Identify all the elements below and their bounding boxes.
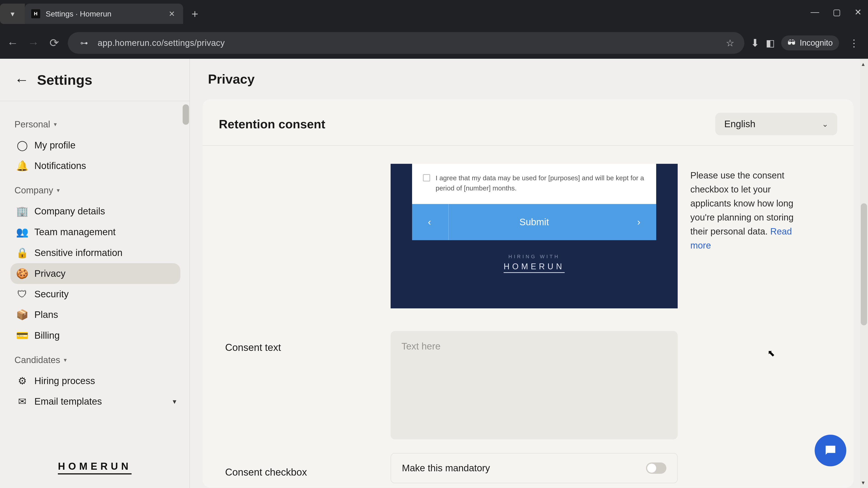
- back-arrow-icon[interactable]: ←: [14, 71, 29, 88]
- section-candidates[interactable]: Candidates ▾: [14, 355, 180, 365]
- preview-submit-label: Submit: [520, 217, 549, 228]
- incognito-indicator[interactable]: 🕶 Incognito: [781, 35, 839, 51]
- tab-search-button[interactable]: ▾: [0, 4, 25, 24]
- back-button[interactable]: ←: [5, 36, 20, 50]
- caret-down-icon: ▾: [54, 121, 57, 128]
- new-tab-button[interactable]: ＋: [183, 0, 207, 21]
- tab-title: Settings · Homerun: [46, 9, 163, 18]
- close-icon[interactable]: ✕: [168, 9, 175, 18]
- main-column: Privacy Retention consent English ⌄ I ag…: [190, 59, 868, 488]
- building-icon: 🏢: [17, 205, 28, 217]
- settings-sidebar: ← Settings Personal ▾ ◯ My profile 🔔 Not…: [0, 59, 190, 488]
- box-icon: 📦: [17, 309, 28, 321]
- preview-footer: HIRING WITH HOMERUN: [504, 254, 565, 273]
- page-title: Privacy: [208, 71, 850, 87]
- scroll-down-icon[interactable]: ▾: [862, 479, 865, 486]
- card-body: I agree that my data may be used for [pu…: [203, 146, 854, 318]
- sidebar-item-label: Billing: [34, 330, 60, 341]
- bookmark-icon[interactable]: ☆: [726, 37, 735, 48]
- sidebar-item-plans[interactable]: 📦 Plans: [10, 304, 180, 325]
- mandatory-toggle[interactable]: [646, 462, 666, 474]
- sidebar-footer: HOMERUN: [0, 452, 189, 488]
- preview-consent-checkbox: [423, 174, 430, 182]
- minimize-icon[interactable]: ―: [811, 7, 819, 17]
- cookie-icon: 🍪: [17, 268, 28, 280]
- sidebar-item-privacy[interactable]: 🍪 Privacy: [10, 263, 180, 284]
- chevron-right-icon: ›: [637, 217, 640, 228]
- language-dropdown[interactable]: English ⌄: [715, 113, 837, 135]
- consent-text-input[interactable]: Text here: [391, 331, 678, 440]
- sidebar-item-security[interactable]: 🛡 Security: [10, 284, 180, 304]
- preview-footer-tagline: HIRING WITH: [504, 254, 565, 260]
- help-column: Please use the consent checkbox to let y…: [690, 164, 840, 308]
- caret-down-icon: ▾: [57, 187, 60, 194]
- consent-checkbox-row: Consent checkbox Make this mandatory: [203, 440, 854, 488]
- card-title: Retention consent: [219, 117, 325, 131]
- homerun-logo[interactable]: HOMERUN: [58, 461, 131, 475]
- sidebar-item-label: Notifications: [34, 160, 86, 171]
- close-window-icon[interactable]: ✕: [855, 7, 862, 17]
- card-header: Retention consent English ⌄: [203, 99, 854, 146]
- consent-text-row: Consent text Text here: [203, 318, 854, 440]
- main-header: Privacy: [190, 59, 868, 99]
- sidebar-scrollbar-thumb[interactable]: [183, 104, 189, 125]
- caret-down-icon: ▾: [64, 357, 67, 363]
- process-icon: ⚙: [17, 375, 28, 387]
- reload-button[interactable]: ⟳: [47, 36, 61, 50]
- main-scrollbar[interactable]: ▴ ▾: [860, 59, 868, 488]
- sidebar-header: ← Settings: [0, 59, 189, 101]
- section-personal-label: Personal: [14, 119, 50, 129]
- retention-consent-card: Retention consent English ⌄ I agree that…: [203, 99, 854, 488]
- help-text: Please use the consent checkbox to let y…: [690, 168, 808, 252]
- browser-titlebar: ▾ H Settings · Homerun ✕ ＋ ― ▢ ✕: [0, 0, 868, 27]
- consent-text-placeholder: Text here: [401, 341, 440, 352]
- scroll-up-icon[interactable]: ▴: [862, 61, 865, 68]
- sidebar-item-hiring-process[interactable]: ⚙ Hiring process: [10, 370, 180, 391]
- sidebar-item-notifications[interactable]: 🔔 Notifications: [10, 156, 180, 176]
- chevron-down-icon: ⌄: [822, 120, 828, 129]
- sidebar-item-label: My profile: [34, 140, 75, 151]
- chat-icon: [823, 443, 838, 458]
- team-icon: 👥: [17, 226, 28, 238]
- section-candidates-label: Candidates: [14, 355, 60, 365]
- app-viewport: ← Settings Personal ▾ ◯ My profile 🔔 Not…: [0, 59, 868, 488]
- address-bar[interactable]: ⊶ app.homerun.co/settings/privacy ☆: [68, 32, 744, 54]
- window-controls: ― ▢ ✕: [811, 7, 862, 17]
- sidebar-item-sensitive-information[interactable]: 🔒 Sensitive information: [10, 242, 180, 263]
- divider: [448, 204, 449, 240]
- browser-tab[interactable]: H Settings · Homerun ✕: [25, 4, 183, 24]
- sidebar-item-label: Security: [34, 289, 69, 300]
- chevron-down-icon: ▾: [173, 397, 176, 406]
- preview-consent-block: I agree that my data may be used for [pu…: [412, 164, 656, 204]
- site-info-icon[interactable]: ⊶: [78, 37, 90, 49]
- browser-menu-button[interactable]: ⋮: [845, 37, 863, 49]
- sidebar-item-email-templates[interactable]: ✉ Email templates ▾: [10, 391, 180, 412]
- scrollbar-thumb[interactable]: [861, 203, 867, 325]
- sidebar-item-company-details[interactable]: 🏢 Company details: [10, 201, 180, 222]
- sidebar-item-my-profile[interactable]: ◯ My profile: [10, 135, 180, 156]
- lock-icon: 🔒: [17, 247, 28, 259]
- maximize-icon[interactable]: ▢: [833, 7, 841, 17]
- chevron-left-icon: ‹: [428, 217, 431, 228]
- consent-preview: I agree that my data may be used for [pu…: [391, 164, 678, 308]
- sidebar-item-billing[interactable]: 💳 Billing: [10, 325, 180, 346]
- chat-button[interactable]: [815, 435, 846, 466]
- incognito-label: Incognito: [800, 38, 833, 48]
- section-company-label: Company: [14, 185, 53, 195]
- bell-icon: 🔔: [17, 160, 28, 172]
- mandatory-toggle-panel: Make this mandatory: [391, 453, 678, 483]
- sidebar-item-label: Privacy: [34, 268, 66, 279]
- sidebar-item-label: Plans: [34, 309, 58, 320]
- sidebar-item-team-management[interactable]: 👥 Team management: [10, 222, 180, 242]
- section-personal[interactable]: Personal ▾: [14, 119, 180, 129]
- panel-icon[interactable]: ◧: [766, 37, 775, 48]
- mail-icon: ✉: [17, 396, 28, 407]
- section-company[interactable]: Company ▾: [14, 185, 180, 195]
- preview-footer-brand: HOMERUN: [504, 262, 565, 273]
- sidebar-item-label: Hiring process: [34, 376, 95, 386]
- downloads-icon[interactable]: ⬇: [751, 37, 760, 49]
- consent-text-label: Consent text: [225, 331, 378, 353]
- sidebar-item-label: Company details: [34, 206, 105, 217]
- forward-button[interactable]: →: [26, 36, 41, 50]
- homerun-favicon: H: [31, 9, 40, 18]
